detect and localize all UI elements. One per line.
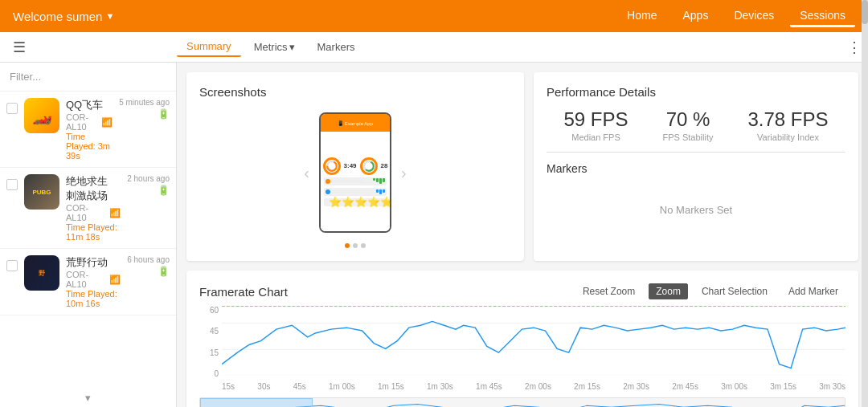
screenshots-container: ‹ 📱 Example App xyxy=(199,108,511,237)
session-info: 荒野行动 COR-AL10 📶 Time Played: 10m 16s xyxy=(66,255,121,308)
subnav-metrics[interactable]: Metrics ▾ xyxy=(244,38,305,56)
gauge-left xyxy=(323,157,341,175)
app-icon-qq: 🏎️ xyxy=(24,98,59,133)
x-label: 3m 15s xyxy=(770,382,796,391)
wifi-icon: 📶 xyxy=(101,117,113,128)
chart-header: Framerate Chart Reset Zoom Zoom Chart Se… xyxy=(199,283,845,299)
session-item[interactable]: PUBG 绝地求生 刺激战场 COR-AL10 📶 Time Played: 1… xyxy=(0,168,176,249)
y-label-60: 60 xyxy=(199,306,219,315)
x-label: 2m 15s xyxy=(574,382,600,391)
app-name: 荒野行动 xyxy=(66,255,121,270)
chart-area: 60 45 15 0 15s xyxy=(199,306,845,394)
app-icon-pubg: PUBG xyxy=(24,174,59,210)
session-item[interactable]: 野 荒野行动 COR-AL10 📶 Time Played: 10m 16s 6… xyxy=(0,249,176,315)
gauge-right xyxy=(360,157,378,175)
phone-time: 3:49 xyxy=(344,162,357,169)
time-played: Time Played: 3m 39s xyxy=(66,132,113,161)
session-meta: 2 hours ago 🔋 xyxy=(127,174,170,196)
sidebar-scroll-down[interactable]: ▾ xyxy=(0,389,176,407)
session-meta: 6 hours ago 🔋 xyxy=(127,255,170,277)
phone-mockup: 📱 Example App xyxy=(319,112,391,233)
time-ago: 2 hours ago xyxy=(127,174,170,183)
phone-list-item xyxy=(324,177,387,185)
x-label: 2m 30s xyxy=(623,382,649,391)
metrics-dropdown-icon: ▾ xyxy=(289,41,295,53)
zoom-btn[interactable]: Zoom xyxy=(649,283,688,299)
session-info: 绝地求生 刺激战场 COR-AL10 📶 Time Played: 11m 18… xyxy=(66,174,121,242)
nav-sessions[interactable]: Sessions xyxy=(790,6,855,27)
prev-screenshot[interactable]: ‹ xyxy=(304,164,309,182)
phone-header: 📱 Example App xyxy=(321,114,390,132)
scrollbar[interactable] xyxy=(862,0,868,407)
more-options-icon[interactable]: ⋮ xyxy=(847,39,862,56)
app-name: QQ飞车 xyxy=(66,98,113,112)
add-marker-btn[interactable]: Add Marker xyxy=(781,283,845,299)
top-nav-links: Home Apps Devices Sessions xyxy=(617,6,855,27)
variability-label: Variability Index xyxy=(747,132,828,142)
x-label: 45s xyxy=(293,382,306,391)
subnav-markers[interactable]: Markers xyxy=(308,38,365,56)
time-played: Time Played: 10m 16s xyxy=(66,289,121,308)
session-checkbox[interactable] xyxy=(6,179,18,190)
filter-input[interactable]: Filter... xyxy=(0,63,176,92)
session-checkbox[interactable] xyxy=(6,260,18,271)
x-label: 3m 30s xyxy=(819,382,845,391)
sidebar: Filter... 🏎️ QQ飞车 COR-AL10 📶 Time Played… xyxy=(0,63,177,407)
perf-metrics: 59 FPS Median FPS 70 % FPS Stability 3.7… xyxy=(547,108,845,153)
nav-dot[interactable] xyxy=(353,243,358,248)
session-checkbox[interactable] xyxy=(6,103,18,114)
session-meta: 5 minutes ago 🔋 xyxy=(119,98,170,120)
time-ago: 5 minutes ago xyxy=(119,98,170,107)
minimap-window[interactable] xyxy=(200,398,313,407)
minimap: 00:00:30 00:01:00 00:01:30 00:02:00 00:0… xyxy=(199,397,845,407)
nav-home[interactable]: Home xyxy=(617,6,666,27)
nav-dot[interactable] xyxy=(361,243,366,248)
framerate-card: Framerate Chart Reset Zoom Zoom Chart Se… xyxy=(186,271,858,407)
phone-list-item2 xyxy=(324,188,387,196)
framerate-svg xyxy=(222,306,845,376)
phone-content: 3:49 28 xyxy=(321,132,390,231)
device-name: COR-AL10 📶 xyxy=(66,203,121,222)
content-area: Screenshots ‹ 📱 Example App xyxy=(177,63,868,407)
markers-section: Markers No Markers Set xyxy=(547,162,845,229)
performance-title: Performance Details xyxy=(547,85,845,99)
scroll-thumb[interactable] xyxy=(862,0,868,24)
variability-value: 3.78 FPS xyxy=(747,108,828,131)
chart-controls: Reset Zoom Zoom Chart Selection Add Mark… xyxy=(575,283,845,299)
screenshot-nav xyxy=(199,243,511,248)
battery-icon: 🔋 xyxy=(158,185,170,196)
x-label: 3m 00s xyxy=(721,382,747,391)
next-screenshot[interactable]: › xyxy=(401,164,407,182)
nav-dot-active[interactable] xyxy=(345,243,350,248)
subnav-summary[interactable]: Summary xyxy=(177,37,241,57)
session-list: 🏎️ QQ飞车 COR-AL10 📶 Time Played: 3m 39s 5… xyxy=(0,92,176,389)
session-info: QQ飞车 COR-AL10 📶 Time Played: 3m 39s xyxy=(66,98,113,161)
chart-y-labels: 60 45 15 0 xyxy=(199,306,222,378)
nav-apps[interactable]: Apps xyxy=(673,6,718,27)
x-label: 2m 00s xyxy=(525,382,551,391)
app-icon-wildfire: 野 xyxy=(24,255,59,291)
markers-title: Markers xyxy=(547,162,845,175)
battery-icon: 🔋 xyxy=(158,266,170,277)
perf-metric-variability: 3.78 FPS Variability Index xyxy=(747,108,828,142)
phone-list-item3: ⭐⭐⭐⭐⭐ xyxy=(324,198,387,206)
reset-zoom-btn[interactable]: Reset Zoom xyxy=(575,283,642,299)
battery-icon: 🔋 xyxy=(158,108,170,120)
fps-value: 59 FPS xyxy=(563,108,628,131)
no-markers-text: No Markers Set xyxy=(547,191,845,229)
phone-time2: 28 xyxy=(381,162,388,169)
dropdown-arrow-icon[interactable]: ▼ xyxy=(105,11,114,21)
screenshots-card: Screenshots ‹ 📱 Example App xyxy=(186,72,524,261)
top-nav: Welcome sumen ▼ Home Apps Devices Sessio… xyxy=(0,0,868,32)
time-ago: 6 hours ago xyxy=(127,255,170,264)
y-label-15: 15 xyxy=(199,348,219,357)
screenshots-title: Screenshots xyxy=(199,85,511,99)
session-item[interactable]: 🏎️ QQ飞车 COR-AL10 📶 Time Played: 3m 39s 5… xyxy=(0,92,176,168)
nav-devices[interactable]: Devices xyxy=(724,6,784,27)
chart-selection-btn[interactable]: Chart Selection xyxy=(694,283,775,299)
menu-icon[interactable]: ☰ xyxy=(13,39,26,56)
wifi-icon: 📶 xyxy=(109,275,121,285)
top-row: Screenshots ‹ 📱 Example App xyxy=(186,72,858,261)
fps-label: Median FPS xyxy=(563,132,628,142)
app-name: 绝地求生 刺激战场 xyxy=(66,174,121,203)
